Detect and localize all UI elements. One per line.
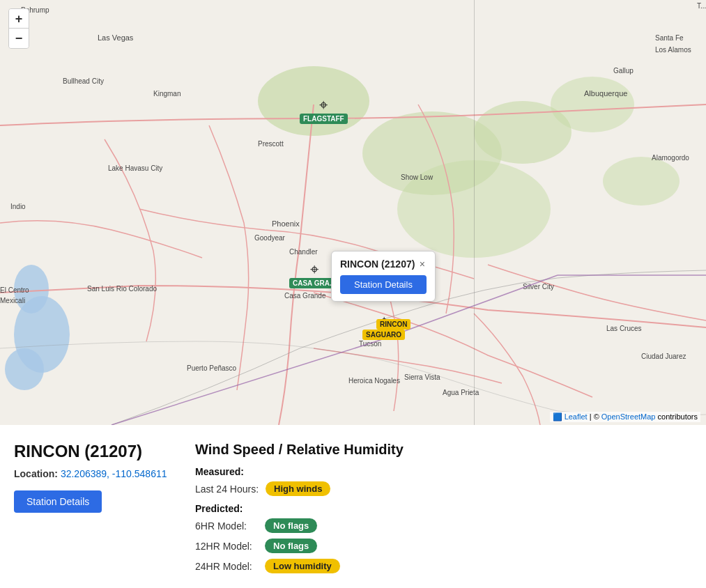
6hr-row: 6HR Model: No flags — [195, 518, 692, 533]
marker-label-flagstaff: FLAGSTAFF — [300, 114, 348, 124]
svg-text:Bullhead City: Bullhead City — [63, 77, 104, 85]
predicted-label: Predicted: — [195, 503, 692, 514]
svg-rect-0 — [0, 0, 706, 425]
svg-text:Heroica Nogales: Heroica Nogales — [348, 377, 400, 385]
zoom-in-button[interactable]: + — [9, 9, 29, 29]
popup-title: RINCON (21207) — [340, 258, 415, 270]
svg-text:Goodyear: Goodyear — [254, 234, 286, 242]
last24-row: Last 24 Hours: High winds — [195, 481, 692, 496]
svg-text:Kingman: Kingman — [153, 90, 181, 98]
marker-label-saguaro: SAGUARO — [362, 330, 405, 340]
svg-text:Chandler: Chandler — [289, 248, 318, 256]
svg-text:Sierra Vista: Sierra Vista — [404, 373, 440, 381]
svg-text:Lake Havasu City: Lake Havasu City — [108, 164, 162, 172]
12hr-badge: No flags — [265, 539, 317, 553]
map-zoom-controls: + − — [8, 8, 29, 49]
svg-text:Albuquerque: Albuquerque — [584, 89, 627, 98]
zoom-out-button[interactable]: − — [9, 29, 29, 48]
24hr-label: 24HR Model: — [195, 561, 258, 572]
svg-text:Phoenix: Phoenix — [272, 219, 300, 228]
svg-text:Las Cruces: Las Cruces — [606, 325, 642, 332]
last24-badge: High winds — [266, 481, 330, 496]
info-left: RINCON (21207) Location: 32.206389, -110… — [14, 442, 167, 579]
svg-text:Show Low: Show Low — [401, 173, 433, 181]
last24-label: Last 24 Hours: — [195, 483, 259, 495]
svg-text:Las Vegas: Las Vegas — [98, 33, 134, 42]
svg-text:Santa Fe: Santa Fe — [655, 34, 684, 42]
popup-station-details-button[interactable]: Station Details — [340, 275, 427, 294]
svg-text:Indio: Indio — [10, 203, 26, 210]
attribution-suffix: contributors — [658, 412, 698, 421]
station-lat: 32.206389 — [61, 468, 107, 479]
info-right: Wind Speed / Relative Humidity Measured:… — [195, 442, 692, 579]
wind-section-title: Wind Speed / Relative Humidity — [195, 442, 692, 458]
6hr-label: 6HR Model: — [195, 520, 258, 532]
location-label: Location: — [14, 468, 58, 479]
svg-point-6 — [603, 157, 680, 206]
svg-text:Los Alamos: Los Alamos — [655, 46, 691, 54]
svg-text:San Luis Rio Colorado: San Luis Rio Colorado — [87, 285, 157, 293]
location-coords: 32.206389, -110.548611 — [61, 468, 167, 479]
marker-label-rincon: RINCON — [376, 319, 410, 330]
marker-flagstaff[interactable]: ⌖ FLAGSTAFF — [300, 98, 348, 124]
map-divider — [474, 0, 475, 425]
station-lng: -110.548611 — [112, 468, 167, 479]
svg-text:El Centro: El Centro — [0, 286, 29, 294]
marker-rincon[interactable]: RINCON — [376, 319, 410, 330]
popup-close-button[interactable]: × — [418, 259, 427, 269]
location-row: Location: 32.206389, -110.548611 — [14, 468, 167, 479]
svg-point-4 — [551, 77, 634, 132]
station-title: RINCON (21207) — [14, 442, 167, 461]
station-details-button[interactable]: Station Details — [14, 490, 102, 513]
svg-point-9 — [5, 348, 44, 390]
map-attribution: 🟦 Leaflet | © OpenStreetMap contributors — [550, 412, 700, 422]
svg-text:Gallup: Gallup — [613, 67, 634, 75]
svg-text:Alamogordo: Alamogordo — [652, 154, 689, 162]
12hr-row: 12HR Model: No flags — [195, 539, 692, 553]
24hr-badge: Low humidity — [265, 559, 340, 573]
map-container: Las Vegas Pahrump Bullhead City Kingman … — [0, 0, 706, 425]
svg-text:Casa Grande: Casa Grande — [284, 292, 326, 300]
info-section: RINCON (21207) Location: 32.206389, -110… — [0, 425, 706, 588]
measured-label: Measured: — [195, 466, 692, 477]
svg-text:Puerto Peñasco: Puerto Peñasco — [187, 364, 237, 372]
svg-text:Prescott: Prescott — [258, 140, 284, 148]
popup-header: RINCON (21207) × — [340, 258, 427, 270]
svg-text:Mexicali: Mexicali — [0, 297, 25, 304]
station-icon-casa-grande: ⌖ — [310, 262, 319, 277]
osm-link[interactable]: OpenStreetMap — [601, 412, 656, 421]
svg-text:Ciudad Juarez: Ciudad Juarez — [641, 353, 686, 360]
leaflet-link[interactable]: Leaflet — [565, 412, 588, 421]
24hr-row: 24HR Model: Low humidity — [195, 559, 692, 573]
map-popup: RINCON (21207) × Station Details — [331, 251, 436, 302]
svg-text:T...: T... — [697, 2, 706, 10]
station-icon-flagstaff: ⌖ — [319, 98, 328, 113]
12hr-label: 12HR Model: — [195, 541, 258, 552]
6hr-badge: No flags — [265, 518, 317, 533]
